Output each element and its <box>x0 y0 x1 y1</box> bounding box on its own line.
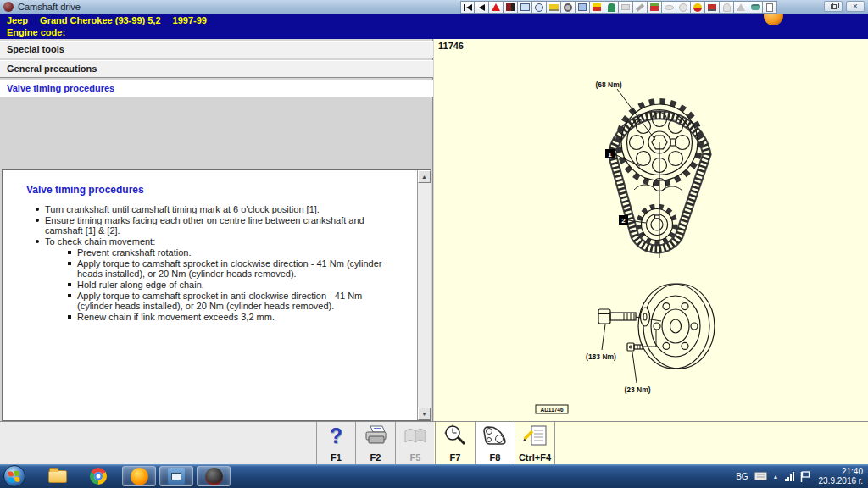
mark2-label: 2 <box>621 217 626 225</box>
left-pane: Special tools General precautions Valve … <box>0 39 433 421</box>
hidden-icons-chevron[interactable]: ▲ <box>773 474 779 480</box>
belt-drive-button[interactable]: F8 <box>476 422 515 464</box>
help-icon: ? <box>330 424 342 446</box>
section-general-precautions[interactable]: General precautions <box>0 60 433 78</box>
scroll-up-icon[interactable]: ▲ <box>418 170 431 183</box>
print-icon <box>362 424 389 446</box>
scroll-down-icon[interactable]: ▼ <box>418 408 431 420</box>
tyre-icon[interactable] <box>561 1 576 14</box>
manual-button: F5 <box>396 422 436 464</box>
small-bolt-torque-label: (23 Nm) <box>624 385 650 394</box>
steering-icon[interactable] <box>676 1 691 14</box>
taskbar: BG ▲ 21:40 23.9.2016 г. <box>0 464 868 488</box>
brakes-icon[interactable] <box>504 1 518 14</box>
vehicle-header: JeepGrand Cherokee (93-99) 5,21997-99 En… <box>0 14 868 39</box>
section-special-tools[interactable]: Special tools <box>0 41 433 58</box>
help-button[interactable]: ? F1 <box>316 422 356 464</box>
warning-icon[interactable] <box>489 1 504 14</box>
section-valve-timing-procedures[interactable]: Valve timing procedures <box>0 80 433 97</box>
taskbar-chrome-button[interactable] <box>81 466 115 486</box>
language-indicator[interactable]: BG <box>736 472 748 481</box>
vehicle-make: Jeep <box>7 15 28 25</box>
inspect-button[interactable]: F7 <box>436 422 476 464</box>
tray-time: 21:40 <box>819 467 863 476</box>
tractor-icon[interactable] <box>705 1 720 14</box>
mark1-label: 1 <box>608 151 612 158</box>
windows-logo-icon <box>8 470 20 482</box>
crank-bolt-torque-label: (183 Nm) <box>586 352 616 361</box>
firefox-icon <box>131 468 148 485</box>
close-button[interactable]: × <box>846 1 865 12</box>
notes-icon <box>520 424 549 447</box>
gauge-icon[interactable] <box>532 1 547 14</box>
function-key-bar: ? F1 F2 F5 <box>0 421 868 464</box>
notes-button[interactable]: Ctrl+F4 <box>515 422 555 464</box>
keyboard-icon[interactable] <box>754 472 767 480</box>
figure-pane: 11746 <box>434 39 868 421</box>
list-item: To check chain movement: <box>35 236 399 247</box>
go-first-icon[interactable] <box>460 1 475 14</box>
taskbar-presentation-button[interactable] <box>159 466 193 486</box>
window-title: Camshaft drive <box>18 2 81 12</box>
taskbar-explorer-button[interactable] <box>41 466 75 486</box>
engine-management-icon[interactable] <box>648 1 662 14</box>
network-icon[interactable] <box>785 472 794 481</box>
air-conditioning-icon[interactable] <box>576 1 590 14</box>
inspect-icon <box>442 424 469 447</box>
taskbar-firefox-button[interactable] <box>122 466 156 486</box>
clock[interactable]: 21:40 23.9.2016 г. <box>819 467 863 485</box>
tow-truck-icon[interactable] <box>547 1 561 14</box>
service-icon[interactable] <box>691 1 705 14</box>
procedure-list: Turn crankshaft until camshaft timing ma… <box>35 204 399 323</box>
hoist-icon[interactable] <box>720 1 734 14</box>
hazard-icon[interactable] <box>734 1 748 14</box>
engine-code-label: Engine code: <box>7 27 65 37</box>
action-center-icon[interactable] <box>800 471 810 482</box>
document-icon[interactable] <box>763 1 777 14</box>
list-subitem: Prevent crankshaft rotation. <box>67 247 399 258</box>
presentation-icon <box>168 468 185 485</box>
vehicle-line: JeepGrand Cherokee (93-99) 5,21997-99 <box>7 15 219 25</box>
vehicle-years: 1997-99 <box>173 15 207 25</box>
list-item: Turn crankshaft until camshaft timing ma… <box>35 204 399 214</box>
window-titlebar: Camshaft drive × <box>0 0 868 14</box>
manual-icon <box>402 424 429 446</box>
procedure-panel: Valve timing procedures Turn crankshaft … <box>2 169 431 421</box>
figure-code-label: AD11746 <box>540 407 563 413</box>
camshaft-torque-label: (68 Nm) <box>595 80 621 89</box>
chrome-icon <box>90 468 107 485</box>
body-panel-icon[interactable] <box>619 1 633 14</box>
start-button[interactable] <box>3 465 25 487</box>
vehicle-model: Grand Cherokee (93-99) 5,2 <box>40 15 160 25</box>
explorer-icon <box>48 470 67 483</box>
tray-date: 23.9.2016 г. <box>819 476 863 485</box>
autodata-icon <box>205 468 223 485</box>
vertical-scrollbar[interactable]: ▲ ▼ <box>417 170 431 420</box>
wiring-icon[interactable] <box>590 1 604 14</box>
list-subitem: Renew chain if link movement exceeds 3,2… <box>67 312 399 322</box>
map-icon[interactable] <box>518 1 532 14</box>
list-subitem: Hold ruler along edge of chain. <box>67 280 399 290</box>
close-icon: × <box>853 3 858 11</box>
restore-icon <box>831 4 837 9</box>
car-icon[interactable] <box>748 1 763 14</box>
list-subitem: Apply torque to camshaft sprocket in ant… <box>67 291 399 311</box>
taskbar-autodata-button[interactable] <box>197 466 231 486</box>
gasket-icon[interactable] <box>662 1 676 14</box>
procedure-heading: Valve timing procedures <box>26 184 144 196</box>
brush-icon[interactable] <box>633 1 648 14</box>
door-icon[interactable] <box>604 1 619 14</box>
list-item: Ensure timing marks facing each other on… <box>35 215 399 236</box>
belt-drive-icon <box>481 424 509 447</box>
top-toolbar <box>460 0 777 14</box>
window-controls: × <box>824 1 865 12</box>
timing-chain-diagram: (68 Nm) 1 2 (183 Nm) (23 Nm) AD11746 <box>434 39 868 421</box>
print-button[interactable]: F2 <box>356 422 396 464</box>
app-icon <box>3 2 14 12</box>
go-back-icon[interactable] <box>475 1 489 14</box>
system-tray: BG ▲ 21:40 23.9.2016 г. <box>736 464 863 488</box>
restore-button[interactable] <box>824 1 843 12</box>
list-subitem: Apply torque to camshaft sprocket in clo… <box>67 258 399 279</box>
